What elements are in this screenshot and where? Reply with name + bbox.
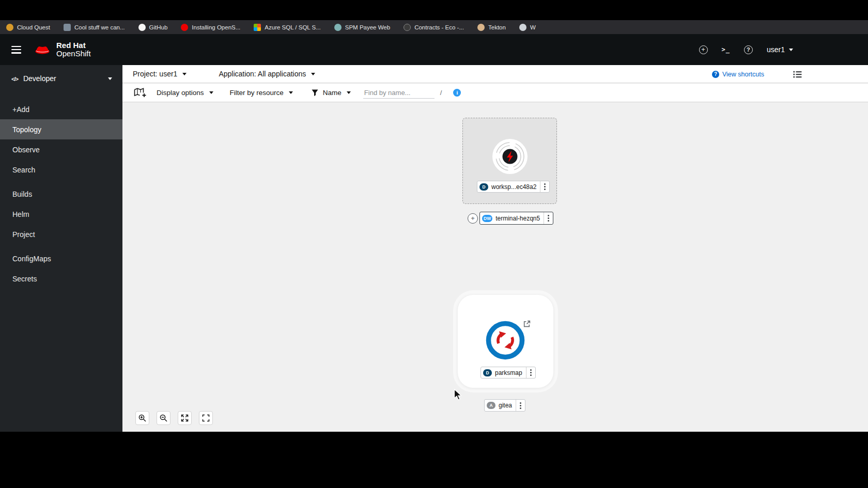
bookmark-label: Cool stuff we can... <box>74 24 125 30</box>
bookmark-azure-sql[interactable]: Azure SQL / SQL S... <box>254 24 320 31</box>
bookmark-cloud-quest[interactable]: Cloud Quest <box>6 24 50 31</box>
sidebar-item-label: Observe <box>12 146 40 154</box>
bookmark-label: Tekton <box>488 24 506 30</box>
open-url-decorator-icon[interactable] <box>523 320 531 330</box>
view-shortcuts-link[interactable]: View shortcuts <box>712 71 764 78</box>
fullscreen-button[interactable] <box>199 411 213 425</box>
deployment-badge: D <box>483 369 492 376</box>
sidebar-item-builds[interactable]: Builds <box>0 184 122 204</box>
redhat-openshift-logo[interactable]: Red Hat OpenShift <box>34 41 91 58</box>
zoom-out-button[interactable] <box>157 411 171 425</box>
sidebar-item-project[interactable]: Project <box>0 224 122 244</box>
sidebar-item-label: Search <box>12 166 35 174</box>
gitea-kebab-menu-icon[interactable] <box>516 400 525 411</box>
filter-funnel-icon <box>312 89 318 96</box>
sidebar-item-topology[interactable]: Topology <box>0 119 122 139</box>
chevron-down-icon <box>108 77 112 80</box>
keyboard-shortcut-hint: / <box>440 89 442 97</box>
menu-toggle-icon[interactable] <box>11 46 21 54</box>
brand-line2: OpenShift <box>56 50 91 58</box>
application-badge: A <box>487 402 495 409</box>
list-view-toggle-icon[interactable] <box>793 71 802 78</box>
chevron-down-icon <box>289 91 293 94</box>
bookmark-label: Installing OpenS... <box>192 24 240 30</box>
sidebar-item-helm[interactable]: Helm <box>0 204 122 224</box>
bookmark-cool-stuff[interactable]: Cool stuff we can... <box>64 24 125 31</box>
tekton-icon <box>477 24 485 31</box>
name-filter-dropdown[interactable]: Name <box>323 89 351 97</box>
web-terminal-icon[interactable] <box>722 46 730 53</box>
favicon <box>334 24 342 31</box>
chevron-down-icon <box>789 49 793 51</box>
globe-icon <box>519 24 526 31</box>
redhat-hat-icon <box>34 43 51 56</box>
bookmark-label: SPM Payee Web <box>345 24 390 30</box>
terminal-node-label[interactable]: DW terminal-hezqn5 <box>479 212 553 225</box>
help-icon[interactable] <box>744 45 753 54</box>
display-options-dropdown[interactable]: Display options <box>157 89 213 97</box>
bookmark-tekton[interactable]: Tekton <box>477 24 506 31</box>
fit-to-screen-button[interactable] <box>178 411 192 425</box>
sidebar-item-label: Secrets <box>12 275 37 283</box>
terminal-decorator-icon[interactable] <box>468 213 478 224</box>
bookmark-spm-payee[interactable]: SPM Payee Web <box>334 24 390 31</box>
workspace-name: worksp...ec48a2 <box>488 183 540 191</box>
nav-section-gap <box>0 244 122 248</box>
sidebar-item-secrets[interactable]: Secrets <box>0 269 122 289</box>
terminal-kebab-menu-icon[interactable] <box>544 212 553 224</box>
sidebar-item-search[interactable]: Search <box>0 160 122 180</box>
workspace-kebab-menu-icon[interactable] <box>540 181 549 192</box>
workspace-node-label[interactable]: D worksp...ec48a2 <box>477 181 550 193</box>
bookmark-label: Azure SQL / SQL S... <box>265 24 320 30</box>
chevron-down-icon <box>209 91 213 94</box>
sidebar-item-configmaps[interactable]: ConfigMaps <box>0 248 122 269</box>
sidebar-item-label: Project <box>12 230 35 239</box>
bookmark-installing-openshift[interactable]: Installing OpenS... <box>181 24 240 31</box>
name-filter-label: Name <box>323 89 342 97</box>
sidebar-item-add[interactable]: +Add <box>0 99 122 119</box>
gitea-node-label[interactable]: A gitea <box>484 399 525 412</box>
perspective-switcher[interactable]: Developer <box>0 65 122 92</box>
masthead: Red Hat OpenShift user1 <box>0 34 868 65</box>
chevron-down-icon <box>347 91 351 94</box>
code-icon <box>11 74 18 83</box>
parksmap-node-label[interactable]: D parksmap <box>481 367 536 379</box>
topology-view-icon[interactable] <box>134 88 146 98</box>
terminal-name: terminal-hezqn5 <box>492 215 544 222</box>
parksmap-kebab-menu-icon[interactable] <box>526 367 535 378</box>
deployment-badge: D <box>479 183 488 191</box>
mouse-cursor <box>454 389 462 401</box>
sidebar-item-label: ConfigMaps <box>12 255 51 263</box>
bookmark-w[interactable]: W <box>519 24 536 31</box>
sidebar-item-label: Helm <box>12 210 29 218</box>
bookmark-contracts[interactable]: Contracts - Eco -... <box>404 24 464 31</box>
filter-by-resource-dropdown[interactable]: Filter by resource <box>230 89 293 97</box>
main-content: Project: user1 Application: All applicat… <box>122 65 868 432</box>
favicon <box>64 24 71 31</box>
info-icon[interactable] <box>453 89 461 97</box>
application-dropdown[interactable]: Application: All applications <box>219 70 315 78</box>
brand-line1: Red Hat <box>56 41 91 50</box>
sidebar-item-label: Builds <box>12 190 32 198</box>
favicon <box>404 24 411 31</box>
bookmark-label: W <box>530 24 536 30</box>
zoom-in-button[interactable] <box>135 411 149 425</box>
sidebar-item-label: +Add <box>12 105 29 114</box>
workspace-node-icon[interactable] <box>492 138 528 175</box>
user-menu[interactable]: user1 <box>767 45 793 54</box>
microsoft-icon <box>254 24 261 31</box>
find-by-name-input[interactable] <box>363 87 435 99</box>
bookmark-label: Contracts - Eco -... <box>414 24 464 30</box>
topology-toolbar: Display options Filter by resource Name … <box>122 84 868 102</box>
project-dropdown[interactable]: Project: user1 <box>133 70 187 78</box>
favicon <box>6 24 13 31</box>
topology-canvas[interactable]: D worksp...ec48a2 DW terminal-hezqn5 <box>122 103 868 432</box>
bookmark-label: Cloud Quest <box>17 24 50 30</box>
devworkspace-badge: DW <box>482 215 492 222</box>
bookmark-github[interactable]: GitHub <box>138 24 168 31</box>
username: user1 <box>767 45 785 54</box>
sidebar-item-observe[interactable]: Observe <box>0 139 122 160</box>
bookmark-label: GitHub <box>149 24 168 30</box>
add-circle-icon[interactable] <box>699 45 708 54</box>
parksmap-name: parksmap <box>492 369 526 376</box>
